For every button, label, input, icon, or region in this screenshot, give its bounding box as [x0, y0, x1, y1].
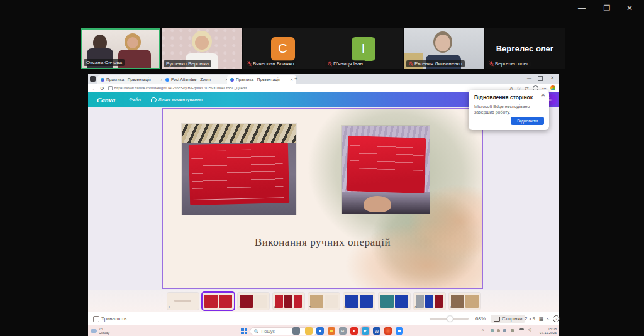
- participant-tile-oleh[interactable]: Вергелес олег Вергелес олег: [485, 28, 565, 69]
- fullscreen-icon[interactable]: ↔: [546, 312, 551, 325]
- participant-tile-vyacheslav[interactable]: C Вячеслав Блажко: [243, 28, 323, 69]
- reload-icon[interactable]: ⟳: [101, 85, 104, 91]
- browser-tab-2[interactable]: Post Attendee - Zoom ✕: [162, 75, 231, 84]
- edge-restore-pages-popup: Відновлення сторінок ✕ Microsoft Edge не…: [469, 90, 549, 130]
- participant-name-label: Вячеслав Блажко: [245, 60, 296, 67]
- file-explorer-icon[interactable]: [305, 327, 313, 335]
- participant-tile-ivan[interactable]: I П'яниця Іван: [323, 28, 403, 69]
- participant-name-label: Вергелес олег: [487, 60, 531, 67]
- participant-name-label: П'яниця Іван: [325, 60, 365, 67]
- wifi-icon[interactable]: [519, 328, 524, 333]
- canva-status-bar: Тривалість 68% Сторінки 2 з 9 ▦ ↔ ?: [88, 312, 559, 325]
- browser-minimize-button[interactable]: —: [527, 75, 531, 80]
- photo-blanket: [182, 124, 296, 143]
- mic-off-icon: [328, 61, 332, 67]
- canva-favicon: [101, 78, 104, 82]
- browser-tab-3-active[interactable]: Практика - Презентація ✕: [227, 75, 296, 84]
- slide-photo-left[interactable]: [182, 124, 296, 215]
- start-button[interactable]: [241, 328, 247, 334]
- browser-tab-strip: Практика - Презентація ✕ Post Attendee -…: [88, 74, 559, 84]
- slide-thumbnail-strip: 1 2 3 4 5 6 7 8 9: [88, 290, 559, 312]
- zoom-restore-button[interactable]: ❐: [597, 4, 616, 13]
- tray-icon[interactable]: [503, 329, 506, 332]
- search-icon: 🔍: [254, 329, 259, 333]
- pages-button[interactable]: Сторінки: [491, 312, 525, 325]
- lock-icon: [108, 86, 113, 90]
- back-icon[interactable]: ←: [92, 85, 97, 91]
- zoom-minimize-button[interactable]: —: [572, 4, 591, 13]
- zoom-app-icon[interactable]: [396, 327, 403, 335]
- slide-thumb-3[interactable]: 3: [238, 293, 269, 310]
- participant-tile-oksana[interactable]: Оксана Сичова: [80, 28, 160, 69]
- comment-bubble-icon: [151, 97, 157, 102]
- word-icon[interactable]: W: [373, 327, 380, 335]
- popup-body: Microsoft Edge несподівано завершив робо…: [474, 104, 543, 115]
- url-text[interactable]: https://www.canva.com/design/DAG555Sky.B…: [114, 86, 247, 90]
- clock-widget[interactable]: 15:0807.11.2025: [540, 327, 557, 335]
- shared-screen: Практика - Презентація ✕ Post Attendee -…: [88, 74, 559, 336]
- browser-tab-1[interactable]: Практика - Презентація ✕: [97, 75, 167, 84]
- participant-name-label: Оксана Сичова: [84, 59, 125, 66]
- tray-icon[interactable]: [491, 329, 494, 332]
- person-face: [127, 37, 138, 48]
- weather-widget[interactable]: 7°CCloudy: [91, 327, 109, 335]
- participant-tile-evgenia[interactable]: Евгения Литвиненко: [404, 28, 484, 69]
- firefox-icon[interactable]: [328, 327, 335, 335]
- participant-name-label: Евгения Литвиненко: [406, 60, 465, 67]
- app-icon[interactable]: H: [339, 327, 347, 335]
- new-tab-button[interactable]: +: [294, 75, 297, 82]
- language-indicator[interactable]: [511, 329, 514, 332]
- zoom-slider-knob[interactable]: [447, 316, 453, 322]
- popup-close-icon[interactable]: ✕: [541, 92, 545, 98]
- slide-thumb-7[interactable]: 7: [379, 293, 410, 310]
- slide-thumb-1[interactable]: 1: [167, 293, 199, 310]
- tab-search-icon[interactable]: [90, 76, 96, 82]
- avatar: C: [271, 37, 295, 61]
- page-counter: 2 з 9: [525, 312, 535, 325]
- slide-thumb-8[interactable]: 8: [414, 293, 445, 310]
- zoom-percent: 68%: [475, 312, 486, 325]
- zoom-close-button[interactable]: ✕: [620, 4, 639, 13]
- comment-mode-button[interactable]: Лише коментування: [151, 97, 203, 102]
- volume-icon[interactable]: ◁: [528, 327, 531, 332]
- canva-favicon: [230, 78, 234, 82]
- canva-logo[interactable]: Canva: [97, 96, 115, 104]
- file-menu[interactable]: Файл: [129, 97, 140, 102]
- slide-thumb-2-selected[interactable]: 2: [203, 293, 234, 310]
- slide-thumb-5[interactable]: 5: [308, 293, 340, 310]
- zoom-favicon: [165, 78, 169, 82]
- browser-restore-button[interactable]: [538, 76, 543, 81]
- browser-close-button[interactable]: ✕: [550, 75, 554, 80]
- tab-close-icon[interactable]: ✕: [290, 77, 293, 82]
- windows-taskbar: 7°CCloudy 🔍 Пошук H W ^ ◁: [88, 325, 559, 336]
- restore-button[interactable]: Відновити: [511, 117, 544, 125]
- edge-browser-icon[interactable]: [316, 327, 324, 335]
- tray-chevron-icon[interactable]: ^: [482, 328, 484, 333]
- pages-icon: [494, 317, 500, 322]
- zoom-meeting-window: — ❐ ✕ Оксана Сичова Рушенко Вероніка C В…: [0, 0, 644, 336]
- slide-photo-right[interactable]: [342, 126, 430, 214]
- zoom-slider-track[interactable]: [430, 318, 469, 320]
- youtube-icon[interactable]: [350, 327, 358, 335]
- telegram-icon-active[interactable]: [362, 327, 369, 335]
- task-view-icon[interactable]: [292, 327, 300, 335]
- grid-view-icon[interactable]: ▦: [539, 312, 544, 325]
- avatar: I: [352, 37, 375, 61]
- app-icon[interactable]: [384, 327, 392, 335]
- slide-title[interactable]: Виконання ручних операцій: [163, 236, 482, 249]
- duration-control[interactable]: Тривалість: [93, 312, 126, 325]
- help-icon[interactable]: ?: [553, 312, 560, 325]
- slide-thumb-4[interactable]: 4: [273, 293, 304, 310]
- tray-icon[interactable]: [497, 329, 500, 332]
- participant-tile-veronika[interactable]: Рушенко Вероніка: [162, 28, 242, 69]
- slide-thumb-6[interactable]: 6: [343, 293, 375, 310]
- red-fabric: [347, 136, 426, 193]
- slide-thumb-9[interactable]: 9: [449, 293, 480, 310]
- edge-logo-icon[interactable]: [550, 85, 555, 90]
- slide-page[interactable]: Виконання ручних операцій: [162, 108, 483, 289]
- popup-title: Відновлення сторінок: [474, 94, 533, 100]
- canva-editor-canvas: Виконання ручних операцій: [88, 107, 559, 290]
- hand: [364, 196, 391, 212]
- zoom-slider[interactable]: [430, 312, 469, 325]
- red-fabric: [189, 143, 289, 205]
